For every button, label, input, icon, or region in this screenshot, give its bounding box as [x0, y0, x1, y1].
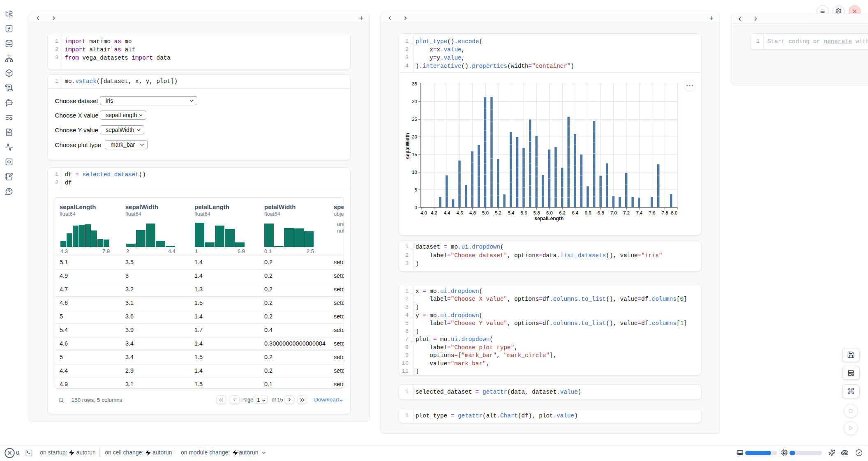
svg-text:7.6: 7.6	[649, 210, 655, 215]
svg-text:7.0: 7.0	[610, 210, 617, 215]
svg-text:6.6: 6.6	[584, 210, 591, 215]
svg-text:5.6: 5.6	[520, 210, 527, 215]
svg-text:5.2: 5.2	[495, 210, 501, 215]
svg-text:6.2: 6.2	[559, 210, 566, 215]
svg-text:4.4: 4.4	[443, 210, 450, 215]
svg-text:8.0: 8.0	[671, 210, 677, 215]
svg-text:7.8: 7.8	[661, 210, 668, 215]
svg-text:30: 30	[412, 99, 417, 104]
svg-text:4.6: 4.6	[456, 210, 463, 215]
svg-text:5.0: 5.0	[482, 210, 489, 215]
svg-text:4.8: 4.8	[469, 210, 476, 215]
svg-text:6.0: 6.0	[546, 210, 553, 215]
svg-text:5.4: 5.4	[508, 210, 515, 215]
svg-text:25: 25	[412, 117, 417, 122]
svg-text:0: 0	[414, 205, 417, 210]
svg-text:5: 5	[414, 187, 417, 192]
svg-text:35: 35	[412, 81, 417, 86]
svg-text:4.2: 4.2	[431, 210, 437, 215]
svg-text:7.2: 7.2	[623, 210, 630, 215]
svg-text:sepalLength: sepalLength	[534, 216, 563, 221]
svg-text:15: 15	[412, 152, 417, 157]
svg-text:20: 20	[412, 134, 417, 139]
svg-text:6.8: 6.8	[597, 210, 604, 215]
svg-text:6.4: 6.4	[572, 210, 579, 215]
svg-text:sepalWidth: sepalWidth	[405, 133, 411, 159]
svg-text:10: 10	[412, 170, 417, 175]
svg-text:4.0: 4.0	[420, 210, 427, 215]
svg-text:5.8: 5.8	[533, 210, 540, 215]
svg-text:7.4: 7.4	[636, 210, 643, 215]
